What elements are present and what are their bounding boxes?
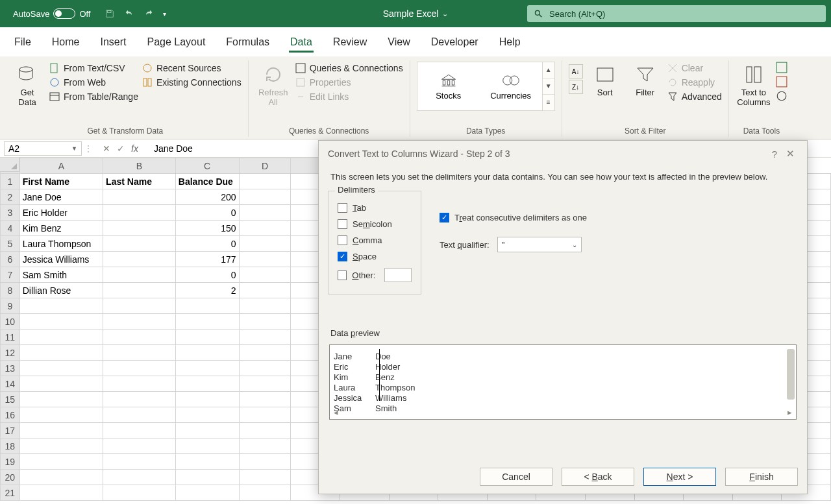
row-header[interactable]: 10 [1, 314, 20, 330]
cell[interactable] [103, 205, 176, 221]
tab-help[interactable]: Help [498, 34, 522, 53]
cell[interactable] [19, 298, 103, 314]
data-validation-icon[interactable] [776, 90, 788, 102]
cell[interactable]: 177 [175, 252, 239, 267]
row-header[interactable]: 12 [1, 345, 20, 361]
cell[interactable]: Balance Due [175, 174, 239, 189]
cell[interactable] [19, 407, 103, 423]
cancel-button[interactable]: Cancel [480, 468, 552, 486]
save-icon[interactable] [105, 8, 115, 19]
chevron-down-icon[interactable]: ▼ [71, 145, 77, 152]
cell[interactable] [103, 252, 176, 267]
tab-review[interactable]: Review [332, 34, 368, 53]
cell[interactable]: Jane Doe [19, 189, 103, 205]
cell[interactable] [103, 454, 176, 470]
row-header[interactable]: 13 [1, 361, 20, 376]
cell[interactable] [239, 470, 291, 485]
delimiter-other-checkbox[interactable]: Other: [338, 268, 412, 282]
cell[interactable]: 0 [175, 236, 239, 252]
cell[interactable] [103, 470, 176, 485]
cell[interactable] [19, 345, 103, 361]
cell[interactable] [175, 485, 239, 501]
row-header[interactable]: 15 [1, 392, 20, 407]
row-header[interactable]: 20 [1, 470, 20, 485]
cell[interactable] [239, 174, 291, 189]
redo-icon[interactable] [143, 8, 154, 19]
tab-insert[interactable]: Insert [99, 34, 127, 53]
cell[interactable] [175, 298, 239, 314]
cell[interactable]: Eric Holder [19, 205, 103, 221]
row-header[interactable]: 17 [1, 423, 20, 438]
dialog-titlebar[interactable]: Convert Text to Columns Wizard - Step 2 … [319, 141, 807, 167]
row-header[interactable]: 7 [1, 267, 20, 283]
preview-scrollbar-h[interactable]: ◂▸ [334, 407, 792, 416]
cell[interactable] [239, 283, 291, 298]
row-header[interactable]: 16 [1, 407, 20, 423]
qat-dropdown-icon[interactable]: ▾ [163, 10, 166, 18]
close-icon[interactable]: ✕ [782, 148, 798, 160]
cell[interactable] [239, 267, 291, 283]
cell[interactable] [239, 376, 291, 392]
tab-view[interactable]: View [386, 34, 411, 53]
cell[interactable] [239, 189, 291, 205]
get-data-button[interactable]: Get Data [9, 60, 45, 107]
sort-button[interactable]: Sort [587, 60, 623, 97]
cancel-icon[interactable]: ✕ [103, 143, 110, 154]
cell[interactable] [175, 330, 239, 345]
row-header[interactable]: 3 [1, 205, 20, 221]
select-all-button[interactable] [0, 158, 19, 172]
back-button[interactable]: < Back [562, 468, 634, 486]
gallery-expand-icon[interactable]: ≡ [543, 95, 554, 111]
cell[interactable] [103, 345, 176, 361]
cell[interactable]: Last Name [103, 174, 176, 189]
cell[interactable] [19, 485, 103, 501]
cell[interactable] [103, 236, 176, 252]
row-header[interactable]: 9 [1, 298, 20, 314]
cell[interactable] [103, 314, 176, 330]
flash-fill-icon[interactable] [776, 62, 788, 73]
tab-formulas[interactable]: Formulas [225, 34, 271, 53]
search-input[interactable]: Search (Alt+Q) [527, 5, 826, 22]
autosave-switch[interactable] [53, 8, 75, 19]
cell[interactable] [239, 454, 291, 470]
cell[interactable] [175, 376, 239, 392]
row-header[interactable]: 18 [1, 438, 20, 454]
col-header-D[interactable]: D [239, 158, 291, 174]
scroll-up-icon[interactable]: ▲ [543, 62, 554, 78]
col-header-C[interactable]: C [175, 158, 239, 174]
cell[interactable]: Sam Smith [19, 267, 103, 283]
gallery-scroll[interactable]: ▲▼≡ [542, 62, 554, 111]
cell[interactable]: 2 [175, 283, 239, 298]
stocks-type[interactable]: Stocks [417, 69, 480, 104]
cell[interactable] [239, 485, 291, 501]
row-header[interactable]: 1 [1, 174, 20, 189]
row-header[interactable]: 4 [1, 221, 20, 236]
cell[interactable] [239, 392, 291, 407]
finish-button[interactable]: Finish [725, 468, 798, 486]
next-button[interactable]: Next > [643, 468, 716, 486]
cell[interactable]: Jessica Williams [19, 252, 103, 267]
cell[interactable] [103, 330, 176, 345]
cell[interactable]: 200 [175, 189, 239, 205]
tab-file[interactable]: File [13, 34, 32, 53]
delimiter-semicolon-checkbox[interactable]: Semicolon [338, 219, 412, 229]
row-header[interactable]: 11 [1, 330, 20, 345]
row-header[interactable]: 21 [1, 485, 20, 501]
cell[interactable] [19, 438, 103, 454]
row-header[interactable]: 14 [1, 376, 20, 392]
data-types-gallery[interactable]: Stocks Currencies ▲▼≡ [417, 62, 555, 111]
cell[interactable] [19, 470, 103, 485]
col-header-B[interactable]: B [103, 158, 176, 174]
cell[interactable] [103, 361, 176, 376]
tab-home[interactable]: Home [51, 34, 81, 53]
cell[interactable]: Kim Benz [19, 221, 103, 236]
cell[interactable] [175, 407, 239, 423]
treat-consecutive-checkbox[interactable]: Treat consecutive delimiters as one [440, 213, 587, 222]
cell[interactable] [103, 267, 176, 283]
cell[interactable] [103, 438, 176, 454]
from-table-range-button[interactable]: From Table/Range [49, 91, 138, 102]
cell[interactable] [239, 330, 291, 345]
filter-button[interactable]: Filter [627, 60, 664, 97]
cell[interactable] [103, 298, 176, 314]
sort-asc-button[interactable]: A↓ [569, 64, 583, 78]
